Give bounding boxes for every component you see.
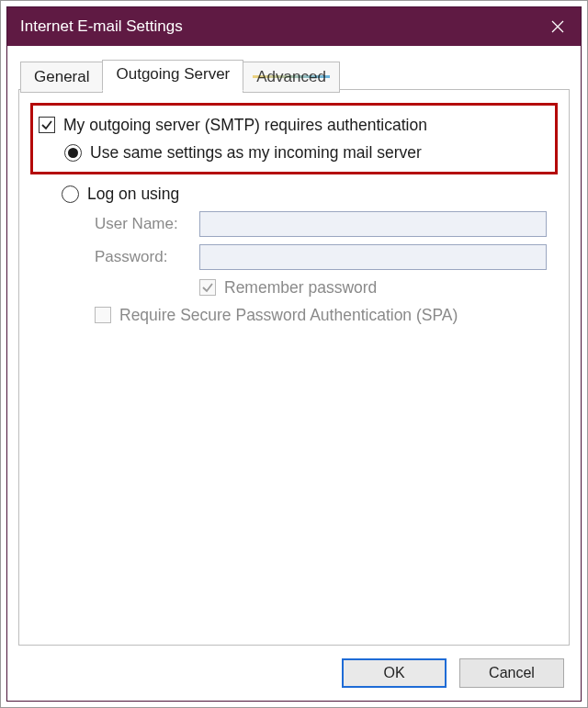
tab-advanced[interactable]: Advanced — [243, 62, 340, 93]
close-button[interactable] — [535, 7, 581, 46]
tab-outgoing-server[interactable]: Outgoing Server — [102, 60, 243, 91]
checkmark-icon — [40, 118, 53, 131]
button-label: Cancel — [489, 665, 535, 681]
remember-password-label: Remember password — [224, 278, 377, 298]
requires-auth-checkbox[interactable] — [39, 117, 55, 133]
ok-button[interactable]: OK — [342, 658, 447, 688]
require-spa-label: Require Secure Password Authentication (… — [119, 306, 458, 325]
checkmark-icon — [201, 281, 214, 294]
cancel-button[interactable]: Cancel — [459, 658, 564, 688]
username-row: User Name: — [30, 208, 558, 241]
use-same-settings-label: Use same settings as my incoming mail se… — [90, 143, 422, 163]
requires-auth-label: My outgoing server (SMTP) requires authe… — [63, 116, 427, 135]
window-title: Internet E-mail Settings — [20, 17, 183, 36]
use-same-settings-row[interactable]: Use same settings as my incoming mail se… — [39, 139, 546, 166]
require-spa-checkbox[interactable] — [95, 307, 111, 323]
username-input[interactable] — [199, 211, 547, 237]
log-on-using-radio[interactable] — [62, 185, 79, 203]
log-on-using-row[interactable]: Log on using — [30, 180, 558, 208]
password-label: Password: — [95, 248, 199, 266]
log-on-using-label: Log on using — [87, 185, 179, 204]
require-spa-row[interactable]: Require Secure Password Authentication (… — [30, 301, 558, 329]
use-same-settings-radio[interactable] — [64, 144, 82, 162]
requires-auth-row[interactable]: My outgoing server (SMTP) requires authe… — [39, 111, 546, 139]
tab-panel-outgoing: My outgoing server (SMTP) requires authe… — [18, 89, 570, 646]
remember-password-row[interactable]: Remember password — [30, 274, 558, 301]
tab-strip: General Outgoing Server Advanced — [20, 59, 570, 90]
dialog-content: General Outgoing Server Advanced — [7, 46, 581, 701]
tab-label: Advanced — [256, 68, 326, 85]
remember-password-checkbox[interactable] — [199, 279, 216, 296]
titlebar: Internet E-mail Settings — [7, 7, 581, 46]
dialog-window: Internet E-mail Settings General Outgoin… — [6, 6, 582, 702]
tab-general[interactable]: General — [20, 62, 103, 93]
password-input[interactable] — [199, 244, 547, 270]
highlight-box: My outgoing server (SMTP) requires authe… — [30, 103, 558, 174]
button-label: OK — [383, 665, 404, 681]
username-label: User Name: — [95, 215, 199, 233]
password-row: Password: — [30, 241, 558, 274]
tab-label: General — [34, 68, 89, 85]
dialog-footer: OK Cancel — [18, 646, 570, 690]
close-icon — [551, 20, 564, 33]
tab-label: Outgoing Server — [116, 65, 230, 83]
